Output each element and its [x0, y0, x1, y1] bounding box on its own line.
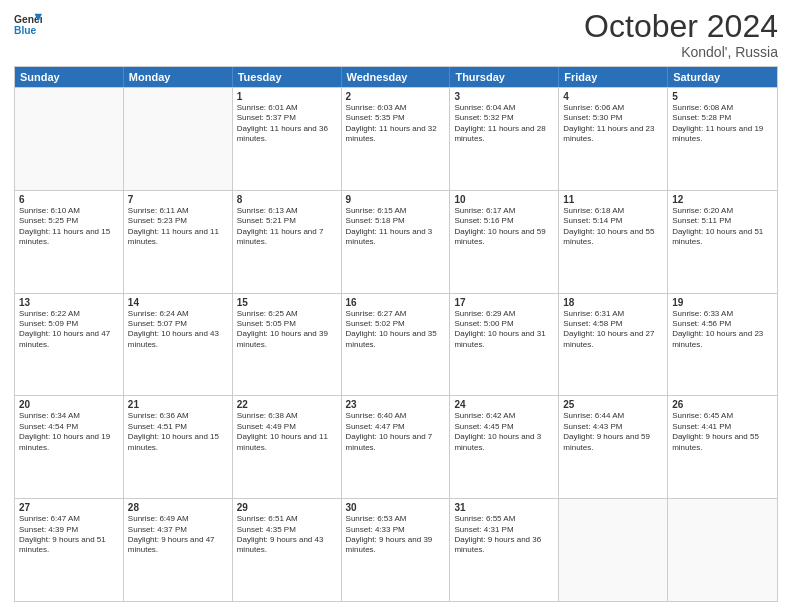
calendar-cell: 7Sunrise: 6:11 AM Sunset: 5:23 PM Daylig… [124, 191, 233, 293]
calendar-cell: 17Sunrise: 6:29 AM Sunset: 5:00 PM Dayli… [450, 294, 559, 396]
day-info: Sunrise: 6:17 AM Sunset: 5:16 PM Dayligh… [454, 206, 554, 248]
day-info: Sunrise: 6:55 AM Sunset: 4:31 PM Dayligh… [454, 514, 554, 556]
calendar-cell: 8Sunrise: 6:13 AM Sunset: 5:21 PM Daylig… [233, 191, 342, 293]
calendar-cell: 22Sunrise: 6:38 AM Sunset: 4:49 PM Dayli… [233, 396, 342, 498]
day-number: 17 [454, 297, 554, 308]
day-number: 23 [346, 399, 446, 410]
calendar-header: SundayMondayTuesdayWednesdayThursdayFrid… [15, 67, 777, 87]
day-number: 4 [563, 91, 663, 102]
calendar-cell: 21Sunrise: 6:36 AM Sunset: 4:51 PM Dayli… [124, 396, 233, 498]
day-info: Sunrise: 6:18 AM Sunset: 5:14 PM Dayligh… [563, 206, 663, 248]
svg-text:Blue: Blue [14, 25, 37, 36]
calendar-cell: 2Sunrise: 6:03 AM Sunset: 5:35 PM Daylig… [342, 88, 451, 190]
day-info: Sunrise: 6:10 AM Sunset: 5:25 PM Dayligh… [19, 206, 119, 248]
calendar-cell: 14Sunrise: 6:24 AM Sunset: 5:07 PM Dayli… [124, 294, 233, 396]
day-info: Sunrise: 6:36 AM Sunset: 4:51 PM Dayligh… [128, 411, 228, 453]
calendar-cell: 9Sunrise: 6:15 AM Sunset: 5:18 PM Daylig… [342, 191, 451, 293]
calendar-cell: 19Sunrise: 6:33 AM Sunset: 4:56 PM Dayli… [668, 294, 777, 396]
calendar-cell: 10Sunrise: 6:17 AM Sunset: 5:16 PM Dayli… [450, 191, 559, 293]
day-info: Sunrise: 6:44 AM Sunset: 4:43 PM Dayligh… [563, 411, 663, 453]
weekday-header: Sunday [15, 67, 124, 87]
calendar-cell: 15Sunrise: 6:25 AM Sunset: 5:05 PM Dayli… [233, 294, 342, 396]
day-number: 15 [237, 297, 337, 308]
day-number: 9 [346, 194, 446, 205]
calendar-body: 1Sunrise: 6:01 AM Sunset: 5:37 PM Daylig… [15, 87, 777, 601]
day-number: 7 [128, 194, 228, 205]
calendar-row: 13Sunrise: 6:22 AM Sunset: 5:09 PM Dayli… [15, 293, 777, 396]
day-number: 22 [237, 399, 337, 410]
day-number: 21 [128, 399, 228, 410]
logo: General Blue [14, 10, 42, 38]
day-info: Sunrise: 6:04 AM Sunset: 5:32 PM Dayligh… [454, 103, 554, 145]
day-info: Sunrise: 6:08 AM Sunset: 5:28 PM Dayligh… [672, 103, 773, 145]
day-number: 14 [128, 297, 228, 308]
day-info: Sunrise: 6:06 AM Sunset: 5:30 PM Dayligh… [563, 103, 663, 145]
day-info: Sunrise: 6:31 AM Sunset: 4:58 PM Dayligh… [563, 309, 663, 351]
calendar-cell: 28Sunrise: 6:49 AM Sunset: 4:37 PM Dayli… [124, 499, 233, 601]
day-info: Sunrise: 6:13 AM Sunset: 5:21 PM Dayligh… [237, 206, 337, 248]
day-info: Sunrise: 6:51 AM Sunset: 4:35 PM Dayligh… [237, 514, 337, 556]
day-info: Sunrise: 6:45 AM Sunset: 4:41 PM Dayligh… [672, 411, 773, 453]
calendar-cell: 26Sunrise: 6:45 AM Sunset: 4:41 PM Dayli… [668, 396, 777, 498]
day-number: 19 [672, 297, 773, 308]
weekday-header: Wednesday [342, 67, 451, 87]
day-info: Sunrise: 6:15 AM Sunset: 5:18 PM Dayligh… [346, 206, 446, 248]
logo-icon: General Blue [14, 10, 42, 38]
calendar: SundayMondayTuesdayWednesdayThursdayFrid… [14, 66, 778, 602]
subtitle: Kondol', Russia [584, 44, 778, 60]
day-number: 8 [237, 194, 337, 205]
calendar-cell: 4Sunrise: 6:06 AM Sunset: 5:30 PM Daylig… [559, 88, 668, 190]
day-info: Sunrise: 6:34 AM Sunset: 4:54 PM Dayligh… [19, 411, 119, 453]
day-info: Sunrise: 6:24 AM Sunset: 5:07 PM Dayligh… [128, 309, 228, 351]
calendar-cell [124, 88, 233, 190]
day-info: Sunrise: 6:25 AM Sunset: 5:05 PM Dayligh… [237, 309, 337, 351]
calendar-cell: 29Sunrise: 6:51 AM Sunset: 4:35 PM Dayli… [233, 499, 342, 601]
day-number: 1 [237, 91, 337, 102]
day-info: Sunrise: 6:27 AM Sunset: 5:02 PM Dayligh… [346, 309, 446, 351]
calendar-row: 27Sunrise: 6:47 AM Sunset: 4:39 PM Dayli… [15, 498, 777, 601]
day-info: Sunrise: 6:20 AM Sunset: 5:11 PM Dayligh… [672, 206, 773, 248]
weekday-header: Tuesday [233, 67, 342, 87]
day-info: Sunrise: 6:29 AM Sunset: 5:00 PM Dayligh… [454, 309, 554, 351]
day-info: Sunrise: 6:38 AM Sunset: 4:49 PM Dayligh… [237, 411, 337, 453]
calendar-cell: 24Sunrise: 6:42 AM Sunset: 4:45 PM Dayli… [450, 396, 559, 498]
weekday-header: Friday [559, 67, 668, 87]
calendar-row: 1Sunrise: 6:01 AM Sunset: 5:37 PM Daylig… [15, 87, 777, 190]
day-info: Sunrise: 6:22 AM Sunset: 5:09 PM Dayligh… [19, 309, 119, 351]
calendar-cell: 13Sunrise: 6:22 AM Sunset: 5:09 PM Dayli… [15, 294, 124, 396]
day-number: 27 [19, 502, 119, 513]
day-info: Sunrise: 6:40 AM Sunset: 4:47 PM Dayligh… [346, 411, 446, 453]
day-info: Sunrise: 6:11 AM Sunset: 5:23 PM Dayligh… [128, 206, 228, 248]
day-info: Sunrise: 6:49 AM Sunset: 4:37 PM Dayligh… [128, 514, 228, 556]
day-number: 11 [563, 194, 663, 205]
day-number: 6 [19, 194, 119, 205]
day-info: Sunrise: 6:42 AM Sunset: 4:45 PM Dayligh… [454, 411, 554, 453]
calendar-cell: 23Sunrise: 6:40 AM Sunset: 4:47 PM Dayli… [342, 396, 451, 498]
day-number: 25 [563, 399, 663, 410]
day-info: Sunrise: 6:03 AM Sunset: 5:35 PM Dayligh… [346, 103, 446, 145]
calendar-cell: 5Sunrise: 6:08 AM Sunset: 5:28 PM Daylig… [668, 88, 777, 190]
calendar-cell: 16Sunrise: 6:27 AM Sunset: 5:02 PM Dayli… [342, 294, 451, 396]
calendar-cell: 25Sunrise: 6:44 AM Sunset: 4:43 PM Dayli… [559, 396, 668, 498]
day-number: 29 [237, 502, 337, 513]
day-number: 28 [128, 502, 228, 513]
calendar-cell: 31Sunrise: 6:55 AM Sunset: 4:31 PM Dayli… [450, 499, 559, 601]
day-number: 12 [672, 194, 773, 205]
calendar-cell: 27Sunrise: 6:47 AM Sunset: 4:39 PM Dayli… [15, 499, 124, 601]
day-number: 20 [19, 399, 119, 410]
day-info: Sunrise: 6:47 AM Sunset: 4:39 PM Dayligh… [19, 514, 119, 556]
day-number: 2 [346, 91, 446, 102]
month-title: October 2024 [584, 10, 778, 42]
calendar-cell [668, 499, 777, 601]
day-number: 31 [454, 502, 554, 513]
day-number: 10 [454, 194, 554, 205]
day-number: 13 [19, 297, 119, 308]
calendar-row: 6Sunrise: 6:10 AM Sunset: 5:25 PM Daylig… [15, 190, 777, 293]
day-info: Sunrise: 6:53 AM Sunset: 4:33 PM Dayligh… [346, 514, 446, 556]
day-number: 18 [563, 297, 663, 308]
weekday-header: Thursday [450, 67, 559, 87]
weekday-header: Saturday [668, 67, 777, 87]
title-block: October 2024 Kondol', Russia [584, 10, 778, 60]
day-number: 3 [454, 91, 554, 102]
day-info: Sunrise: 6:01 AM Sunset: 5:37 PM Dayligh… [237, 103, 337, 145]
